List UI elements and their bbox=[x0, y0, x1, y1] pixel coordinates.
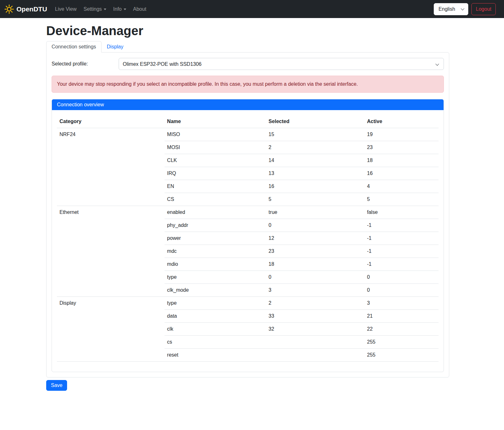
selected-cell: 2 bbox=[266, 141, 364, 154]
active-cell: 255 bbox=[364, 349, 439, 362]
caret-down-icon bbox=[104, 9, 106, 10]
active-cell: 5 bbox=[364, 193, 439, 206]
navbar-right: English Logout bbox=[434, 3, 496, 15]
table-header-row: Category Name Selected Active bbox=[57, 115, 439, 128]
caret-down-icon bbox=[124, 9, 126, 10]
table-row: Ethernetenabledtruefalse bbox=[57, 206, 439, 219]
active-cell: 0 bbox=[364, 271, 439, 284]
name-cell: mdio bbox=[165, 258, 266, 271]
name-cell: mdc bbox=[165, 245, 266, 258]
name-cell: phy_addr bbox=[165, 219, 266, 232]
connection-overview-card: Connection overview Category Name Select… bbox=[52, 99, 444, 372]
active-cell: 255 bbox=[364, 336, 439, 349]
active-cell: 4 bbox=[364, 180, 439, 193]
page-title: Device-Manager bbox=[46, 24, 449, 38]
active-cell: 23 bbox=[364, 141, 439, 154]
name-cell: type bbox=[165, 297, 266, 310]
selected-cell: 18 bbox=[266, 258, 364, 271]
incompatible-profile-warning: Your device may stop responding if you s… bbox=[52, 76, 444, 93]
selected-cell: 14 bbox=[266, 154, 364, 167]
tab-display[interactable]: Display bbox=[102, 41, 129, 53]
profile-row: Selected profile: Olimex ESP32-POE with … bbox=[52, 58, 444, 70]
active-cell: 21 bbox=[364, 310, 439, 323]
selected-cell bbox=[266, 349, 364, 362]
name-cell: IRQ bbox=[165, 167, 266, 180]
navbar: OpenDTU Live View Settings Info About En… bbox=[0, 0, 504, 18]
selected-cell: 0 bbox=[266, 219, 364, 232]
active-cell: -1 bbox=[364, 258, 439, 271]
name-cell: type bbox=[165, 271, 266, 284]
active-cell: 3 bbox=[364, 297, 439, 310]
name-cell: MOSI bbox=[165, 141, 266, 154]
logout-button[interactable]: Logout bbox=[471, 3, 496, 15]
name-cell: MISO bbox=[165, 128, 266, 141]
selected-cell: 5 bbox=[266, 193, 364, 206]
active-cell: 19 bbox=[364, 128, 439, 141]
category-cell: Display bbox=[57, 297, 165, 362]
nav-item-about[interactable]: About bbox=[131, 4, 149, 15]
selected-cell: true bbox=[266, 206, 364, 219]
nav-item-live-view[interactable]: Live View bbox=[53, 4, 79, 15]
name-cell: CS bbox=[165, 193, 266, 206]
category-cell: NRF24 bbox=[57, 128, 165, 206]
active-cell: -1 bbox=[364, 219, 439, 232]
nav-item-settings-label: Settings bbox=[84, 6, 102, 12]
active-cell: 22 bbox=[364, 323, 439, 336]
nav-links: Live View Settings Info About bbox=[52, 4, 150, 15]
nav-item-info-label: Info bbox=[113, 6, 122, 12]
save-button[interactable]: Save bbox=[46, 380, 67, 391]
table-row: Displaytype23 bbox=[57, 297, 439, 310]
brand-label: OpenDTU bbox=[16, 5, 47, 13]
tab-connection-settings[interactable]: Connection settings bbox=[46, 41, 102, 53]
selected-cell bbox=[266, 336, 364, 349]
selected-cell: 12 bbox=[266, 232, 364, 245]
column-header-category: Category bbox=[57, 115, 165, 128]
language-select[interactable]: English bbox=[434, 3, 468, 15]
active-cell: -1 bbox=[364, 232, 439, 245]
selected-cell: 3 bbox=[266, 284, 364, 297]
brand[interactable]: OpenDTU bbox=[4, 4, 47, 14]
active-cell: -1 bbox=[364, 245, 439, 258]
selected-cell: 16 bbox=[266, 180, 364, 193]
name-cell: EN bbox=[165, 180, 266, 193]
selected-cell: 23 bbox=[266, 245, 364, 258]
nav-item-settings[interactable]: Settings bbox=[81, 4, 109, 15]
connection-overview-table: Category Name Selected Active NRF24MISO1… bbox=[57, 115, 439, 362]
name-cell: data bbox=[165, 310, 266, 323]
selected-cell: 0 bbox=[266, 271, 364, 284]
active-cell: 18 bbox=[364, 154, 439, 167]
connection-overview-header: Connection overview bbox=[52, 99, 444, 110]
column-header-active: Active bbox=[364, 115, 439, 128]
name-cell: cs bbox=[165, 336, 266, 349]
overview-table-body: NRF24MISO1519MOSI223CLK1418IRQ1316EN164C… bbox=[57, 128, 439, 362]
table-row: NRF24MISO1519 bbox=[57, 128, 439, 141]
profile-label: Selected profile: bbox=[52, 61, 119, 67]
selected-cell: 33 bbox=[266, 310, 364, 323]
language-select-wrap: English bbox=[434, 3, 468, 15]
selected-cell: 13 bbox=[266, 167, 364, 180]
name-cell: power bbox=[165, 232, 266, 245]
name-cell: CLK bbox=[165, 154, 266, 167]
page-container: Device-Manager Connection settings Displ… bbox=[46, 24, 449, 391]
name-cell: clk bbox=[165, 323, 266, 336]
profile-select-wrap: Olimex ESP32-POE with SSD1306 bbox=[119, 58, 444, 70]
nav-item-info[interactable]: Info bbox=[111, 4, 129, 15]
selected-cell: 15 bbox=[266, 128, 364, 141]
name-cell: reset bbox=[165, 349, 266, 362]
tab-content-card: Selected profile: Olimex ESP32-POE with … bbox=[46, 52, 449, 377]
sun-icon bbox=[4, 4, 14, 14]
selected-cell: 2 bbox=[266, 297, 364, 310]
profile-select[interactable]: Olimex ESP32-POE with SSD1306 bbox=[119, 58, 444, 70]
column-header-selected: Selected bbox=[266, 115, 364, 128]
tab-bar: Connection settings Display bbox=[46, 41, 449, 52]
column-header-name: Name bbox=[165, 115, 266, 128]
active-cell: false bbox=[364, 206, 439, 219]
active-cell: 16 bbox=[364, 167, 439, 180]
name-cell: enabled bbox=[165, 206, 266, 219]
selected-cell: 32 bbox=[266, 323, 364, 336]
active-cell: 0 bbox=[364, 284, 439, 297]
name-cell: clk_mode bbox=[165, 284, 266, 297]
category-cell: Ethernet bbox=[57, 206, 165, 297]
